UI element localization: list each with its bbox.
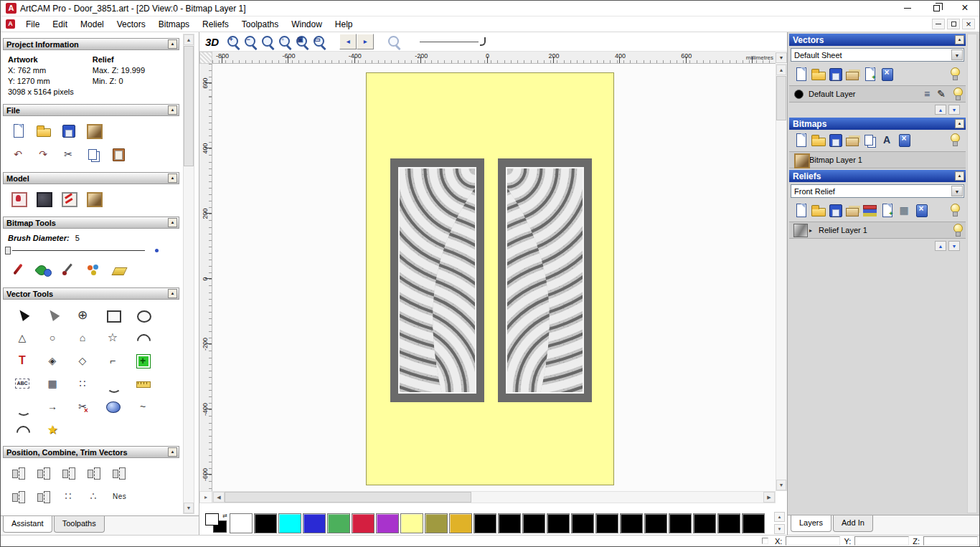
scroll-up-button[interactable]	[776, 65, 786, 75]
scrollbar-thumb[interactable]	[184, 46, 194, 166]
align-bottom-icon[interactable]	[85, 465, 102, 480]
ellipse-tool-icon[interactable]	[134, 307, 151, 323]
colour-swatch-1[interactable]	[254, 513, 277, 533]
open-vectors-icon[interactable]	[809, 66, 826, 82]
text-block-icon[interactable]	[14, 376, 31, 391]
expander-arrow-icon[interactable]	[809, 227, 816, 234]
open-bitmap-icon[interactable]	[809, 132, 826, 148]
colour-swatch-5[interactable]	[352, 513, 374, 533]
colour-swatch-11[interactable]	[498, 513, 521, 533]
colour-swatch-6[interactable]	[376, 513, 399, 533]
relief-selector[interactable]: Front Relief	[791, 184, 964, 198]
horizontal-scrollbar[interactable]	[212, 491, 776, 503]
zoom-out-icon[interactable]: −	[242, 34, 259, 49]
transform-vectors-icon[interactable]: ⊕	[74, 307, 91, 323]
reliefs-visibility-icon[interactable]	[946, 202, 963, 218]
colour-picker-icon[interactable]	[60, 262, 77, 277]
set-model-size-icon[interactable]	[9, 191, 27, 206]
collapse-reliefs-button[interactable]	[955, 171, 964, 181]
dropdown-arrow-icon[interactable]	[951, 49, 963, 60]
menu-toolpaths[interactable]: Toolpaths	[235, 17, 285, 32]
align-centre-icon[interactable]	[110, 465, 127, 480]
palette-scroll-down-button[interactable]	[774, 524, 785, 534]
save-file-icon[interactable]	[60, 123, 77, 138]
tab-add-in[interactable]: Add In	[833, 515, 873, 532]
zoom-page-icon[interactable]: ▭	[311, 34, 328, 49]
fillet-tool-icon[interactable]: ⌐	[104, 353, 121, 368]
layer-visibility-icon[interactable]	[948, 222, 963, 238]
bitmap-layer-row[interactable]: Bitmap Layer 1	[789, 151, 966, 168]
zoom-disabled-icon[interactable]	[385, 34, 402, 49]
collapse-bitmaps-button[interactable]	[955, 119, 964, 128]
vector-layer-row[interactable]: Default Layer ≡✎	[789, 85, 966, 103]
bezier-tool-icon[interactable]: ~	[134, 399, 151, 414]
colour-swatch-17[interactable]	[644, 513, 667, 533]
select-vectors-icon[interactable]	[14, 307, 31, 323]
brush-diameter-slider[interactable]	[2, 244, 182, 259]
collapse-position-button[interactable]	[168, 447, 177, 457]
paint-brush-icon[interactable]	[9, 262, 27, 277]
mdi-minimize-button[interactable]	[932, 19, 945, 29]
delete-bitmap-icon[interactable]	[895, 132, 913, 148]
artwork-preview-icon[interactable]	[85, 191, 102, 206]
align-top-icon[interactable]	[60, 465, 77, 480]
extrude-icon[interactable]	[104, 399, 121, 414]
cut-icon[interactable]: ✂	[60, 146, 77, 162]
move-vector-layer-down-button[interactable]	[948, 105, 960, 115]
open-relief-icon[interactable]	[809, 202, 826, 218]
swap-colours-icon[interactable]: ⇄	[222, 513, 227, 519]
colour-swatch-16[interactable]	[620, 513, 643, 533]
paste-inside-icon[interactable]	[34, 488, 52, 504]
layer-colour-dot[interactable]	[794, 90, 804, 99]
colour-swatch-2[interactable]	[278, 513, 301, 533]
delete-vector-layer-icon[interactable]	[878, 66, 895, 82]
circle-tool-icon[interactable]: ○	[44, 330, 61, 346]
close-button[interactable]	[951, 1, 979, 16]
colour-swatch-10[interactable]	[473, 513, 496, 533]
zoom-fit-icon[interactable]: ▣	[293, 34, 311, 49]
layer-visibility-icon[interactable]	[948, 86, 963, 102]
lighting-icon[interactable]	[60, 191, 77, 206]
merge-visible-icon[interactable]: ≡	[920, 86, 934, 102]
zoom-previous-icon[interactable]	[259, 34, 276, 49]
grid-tool-icon[interactable]: ▦	[44, 376, 61, 391]
flood-fill-icon[interactable]	[34, 262, 52, 277]
save-bitmap-icon[interactable]	[826, 132, 844, 148]
vectors-visibility-icon[interactable]	[946, 66, 963, 82]
zoom-in-icon[interactable]: +	[225, 34, 242, 49]
scroll-down-button[interactable]	[776, 480, 786, 490]
import-bitmap-icon[interactable]	[844, 132, 861, 148]
trim-vectors-icon[interactable]: ✂×	[74, 399, 91, 414]
horizontal-scrollbar-thumb[interactable]	[225, 492, 471, 503]
primary-secondary-colour-swatch[interactable]: ⇄	[204, 513, 228, 533]
align-right-icon[interactable]	[34, 465, 52, 480]
polyline-tool-icon[interactable]: △	[14, 330, 31, 346]
colour-swatch-8[interactable]	[425, 513, 448, 533]
measure-icon[interactable]	[134, 376, 151, 391]
copy-bitmap-icon[interactable]	[861, 132, 878, 148]
colour-swatch-3[interactable]	[303, 513, 326, 533]
scroll-up-button[interactable]	[184, 34, 194, 45]
paste-icon[interactable]	[110, 146, 127, 162]
minimize-button[interactable]	[893, 1, 922, 16]
scroll-right-button[interactable]	[763, 492, 775, 503]
new-vector-layer-icon[interactable]: +	[861, 66, 878, 82]
diamond-tool-icon[interactable]: ◇	[74, 353, 91, 368]
move-relief-layer-down-button[interactable]	[948, 241, 960, 251]
relief-layer-row[interactable]: Relief Layer 1	[789, 222, 966, 239]
save-relief-icon[interactable]	[826, 202, 844, 218]
colour-swatch-15[interactable]	[595, 513, 618, 533]
colour-swatch-14[interactable]	[571, 513, 594, 533]
sheet-selector[interactable]: Default Sheet	[791, 48, 964, 62]
save-vectors-icon[interactable]	[826, 66, 844, 82]
array-copy-icon[interactable]: ∷	[74, 376, 91, 391]
delete-relief-icon[interactable]	[913, 202, 930, 218]
spacing-icon[interactable]: ∷	[60, 488, 77, 504]
paste-along-icon[interactable]	[9, 488, 27, 504]
new-relief-layer-icon[interactable]: +	[878, 202, 895, 218]
colour-swatch-13[interactable]	[547, 513, 570, 533]
menu-help[interactable]: Help	[329, 17, 359, 32]
scroll-down-button[interactable]	[184, 503, 194, 513]
move-vector-layer-up-button[interactable]	[935, 105, 946, 115]
align-left-icon[interactable]	[9, 465, 27, 480]
